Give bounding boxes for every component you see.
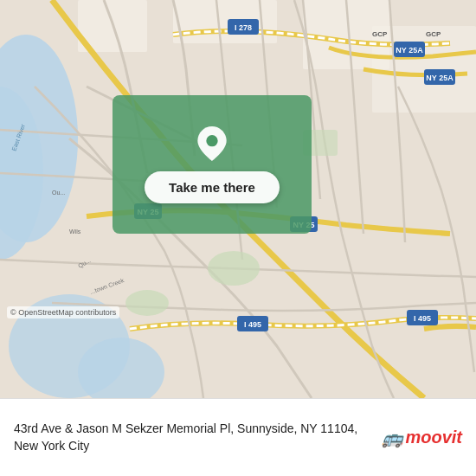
location-panel: Take me there [113,95,312,234]
info-bar: 43rd Ave & Jason M Sekzer Memorial Pl, S… [0,398,476,476]
take-me-there-button[interactable]: Take me there [145,171,280,203]
map-container: I 278 NY 25 NY 25 NY 25A NY 25A GCP GCP … [0,0,476,398]
moovit-logo: 🚌 moovit [382,428,462,448]
svg-text:I 278: I 278 [235,23,252,32]
address-text: 43rd Ave & Jason M Sekzer Memorial Pl, S… [14,421,371,454]
svg-point-10 [125,290,169,316]
svg-point-33 [206,135,217,146]
svg-text:GCP: GCP [372,30,388,38]
svg-text:I 495: I 495 [414,314,431,323]
moovit-wordmark: moovit [405,428,462,447]
svg-text:NY 25A: NY 25A [396,46,423,55]
svg-text:I 495: I 495 [244,320,261,329]
svg-rect-8 [372,26,476,113]
svg-text:Wils: Wils [69,228,81,235]
svg-text:NY 25A: NY 25A [426,74,453,82]
moovit-icon: 🚌 [382,428,403,448]
map-attribution: © OpenStreetMap contributors [7,306,119,318]
svg-point-9 [208,251,260,286]
svg-text:Ou...: Ou... [52,190,65,196]
svg-text:GCP: GCP [426,30,441,38]
address-block: 43rd Ave & Jason M Sekzer Memorial Pl, S… [14,421,382,454]
location-pin-icon [195,126,229,161]
